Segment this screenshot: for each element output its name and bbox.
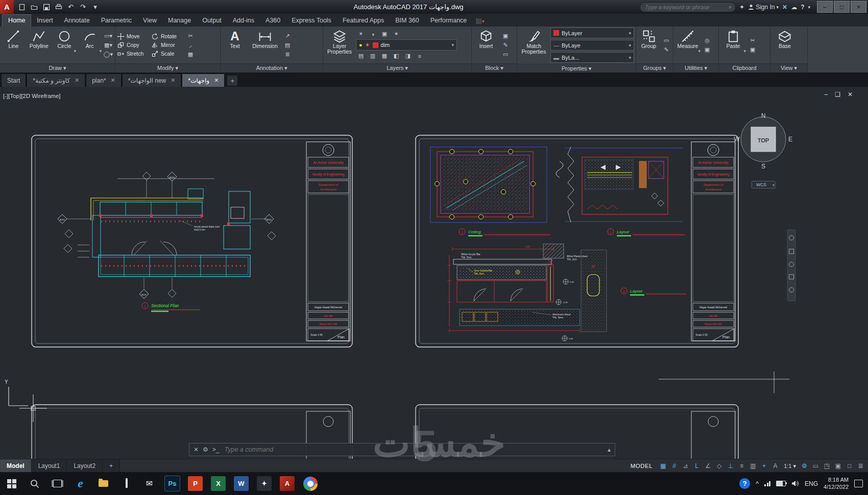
panel-view-title[interactable]: View ▾: [770, 63, 807, 72]
file-tab-start[interactable]: Start: [1, 73, 26, 87]
copy-tool[interactable]: Copy: [117, 41, 150, 49]
close-tab-icon[interactable]: ✕: [111, 77, 115, 84]
match-properties-tool[interactable]: Match Properties: [519, 28, 549, 63]
isodraft-icon[interactable]: ◇: [714, 462, 725, 469]
model-space-button[interactable]: MODEL: [626, 463, 657, 469]
transparency-toggle-icon[interactable]: ▥: [748, 462, 758, 469]
panel-utilities-title[interactable]: Utilities ▾: [673, 63, 718, 72]
hatch-tool-icon[interactable]: ▦▾: [103, 41, 113, 49]
photoshop-icon[interactable]: Ps: [161, 472, 184, 495]
block-editor-icon[interactable]: ▭: [500, 51, 511, 58]
powerpoint-icon[interactable]: P: [184, 472, 207, 495]
paste-caret-icon[interactable]: ▾: [743, 49, 746, 54]
viewcube[interactable]: TOP N S W E WCS ▾: [734, 112, 792, 188]
lineweight-caret-icon[interactable]: ▾: [629, 55, 631, 60]
object-snap-icon[interactable]: ⊥: [725, 462, 736, 469]
table-tool-icon[interactable]: ▤: [282, 41, 293, 49]
layer-tool-icon[interactable]: ▤: [356, 52, 366, 60]
viewcube-east[interactable]: E: [788, 136, 792, 143]
base-tool[interactable]: Base: [772, 28, 798, 62]
layer-tool-icon[interactable]: ▦: [379, 52, 390, 60]
help-search-input[interactable]: [644, 4, 727, 11]
model-space[interactable]: Al-Azhar University faculty of Engineeri…: [0, 87, 868, 459]
array-tool-icon[interactable]: ▦: [185, 51, 196, 58]
trim-tool-icon[interactable]: ✂: [185, 32, 196, 40]
quick-properties-icon[interactable]: ▣: [833, 462, 843, 469]
linetype-caret-icon[interactable]: ▾: [629, 43, 631, 48]
store-icon[interactable]: [115, 472, 138, 495]
layout-tab-layout2[interactable]: Layout2: [67, 459, 103, 473]
annotation-monitor-icon[interactable]: ▭: [810, 462, 821, 469]
file-tab-plan[interactable]: plan*✕: [86, 73, 122, 87]
ribbon-tab-home[interactable]: Home: [2, 14, 31, 27]
close-button[interactable]: ×: [851, 1, 866, 13]
ribbon-tab-output[interactable]: Output: [197, 15, 227, 27]
command-customize-icon[interactable]: ⚙: [203, 446, 208, 453]
leader-tool-icon[interactable]: ↗: [282, 32, 293, 40]
layer-color-icon[interactable]: ✶: [391, 30, 401, 38]
layer-tool-icon[interactable]: ◧: [391, 52, 401, 60]
qat-dropdown-icon[interactable]: ▾: [89, 2, 101, 12]
panel-annotation-title[interactable]: Annotation ▾: [221, 63, 323, 72]
lineweight-dropdown[interactable]: ▬ ByLa... ▾: [550, 52, 634, 63]
vp-restore-icon[interactable]: ❑: [835, 91, 840, 98]
circle-caret-icon[interactable]: ▾: [74, 49, 77, 54]
command-input[interactable]: [224, 445, 604, 454]
ribbon-options-icon[interactable]: ⬛▾: [475, 18, 485, 27]
measure-tool[interactable]: Measure ▾: [675, 28, 701, 62]
scale-tool[interactable]: Scale: [151, 50, 184, 58]
annotation-scale-button[interactable]: 1:1 ▾: [781, 463, 799, 469]
app-icon[interactable]: ✦: [253, 472, 276, 495]
dimension-tool[interactable]: Dimension: [249, 28, 281, 62]
navigation-bar[interactable]: [787, 230, 795, 301]
file-tab-facades[interactable]: *واجهات✕: [182, 73, 225, 87]
lineweight-toggle-icon[interactable]: ≡: [736, 462, 747, 469]
panel-modify-title[interactable]: Modify ▾: [115, 63, 220, 72]
arc-caret-icon[interactable]: ▾: [99, 49, 102, 54]
ortho-toggle-icon[interactable]: L: [691, 462, 702, 469]
command-close-icon[interactable]: ✕: [194, 446, 199, 453]
minimize-button[interactable]: –: [817, 1, 833, 13]
layout-tab-model[interactable]: Model: [0, 459, 32, 473]
quick-select-icon[interactable]: ◎: [702, 37, 712, 44]
ribbon-tab-bim360[interactable]: BIM 360: [390, 15, 425, 27]
stretch-tool[interactable]: Stretch: [117, 50, 150, 58]
close-tab-icon[interactable]: ✕: [214, 77, 219, 84]
plot-icon[interactable]: [53, 2, 64, 12]
layer-lock-icon[interactable]: ▣: [379, 30, 390, 38]
ribbon-tab-express-tools[interactable]: Express Tools: [286, 15, 337, 27]
drawing-area[interactable]: [-][Top][2D Wireframe] – ❑ ✕: [0, 87, 868, 459]
panel-block-title[interactable]: Block ▾: [472, 63, 517, 72]
ribbon-tab-view[interactable]: View: [137, 15, 162, 27]
infer-constraints-icon[interactable]: ⊿: [680, 462, 691, 469]
ribbon-tab-a360[interactable]: A360: [260, 15, 286, 27]
units-icon[interactable]: ◳: [822, 462, 832, 469]
line-tool[interactable]: Line: [2, 28, 26, 62]
layer-tool-icon[interactable]: ◨: [403, 52, 413, 60]
autodesk-x-icon[interactable]: ✕: [782, 4, 787, 11]
copy-clip-icon[interactable]: ▣: [748, 46, 758, 54]
file-explorer-icon[interactable]: [92, 472, 115, 495]
help-notification-icon[interactable]: ?: [739, 478, 750, 489]
viewcube-north[interactable]: N: [761, 112, 766, 119]
measure-caret-icon[interactable]: ▾: [698, 49, 701, 54]
wcs-label[interactable]: WCS: [756, 182, 766, 187]
fillet-tool-icon[interactable]: ◞: [185, 41, 196, 49]
edit-attribute-icon[interactable]: ✎: [500, 41, 511, 49]
layer-freeze-icon[interactable]: ◑: [368, 30, 378, 38]
maximize-button[interactable]: □: [834, 1, 850, 13]
ribbon-tab-performance[interactable]: Performance: [425, 15, 473, 27]
a360-icon[interactable]: ☁: [791, 4, 797, 11]
markup-tool-icon[interactable]: ≣: [282, 51, 293, 58]
clock[interactable]: 8:18 AM 4/12/2022: [824, 477, 849, 491]
autocad-taskbar-icon[interactable]: A: [276, 472, 299, 495]
network-icon[interactable]: [764, 481, 770, 486]
panel-clipboard-title[interactable]: Clipboard: [719, 63, 770, 72]
file-tab-facades-new[interactable]: *الواجهات new✕: [122, 73, 182, 87]
new-tab-button[interactable]: +: [227, 76, 237, 86]
tray-expand-icon[interactable]: ^: [756, 480, 759, 487]
mail-icon[interactable]: ✉: [138, 472, 161, 495]
group-tool[interactable]: Group: [638, 28, 660, 62]
chrome-icon[interactable]: [299, 472, 322, 495]
text-tool[interactable]: A Text: [222, 28, 248, 62]
